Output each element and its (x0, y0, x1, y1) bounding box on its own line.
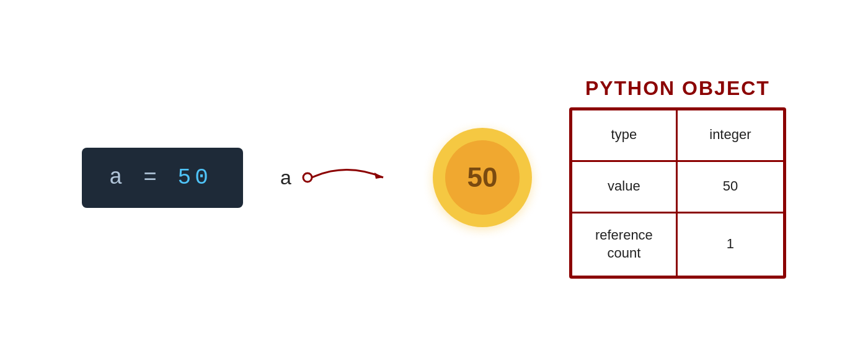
code-block: a = 50 (82, 148, 243, 208)
circle-outer: 50 (433, 128, 532, 227)
value-value: 50 (678, 162, 783, 212)
refcount-label: referencecount (572, 213, 678, 276)
circle-inner: 50 (445, 140, 520, 215)
variable-a: a (109, 165, 126, 191)
arrow-section: a (280, 159, 396, 196)
arrow-icon (296, 159, 396, 196)
refcount-value: 1 (678, 213, 783, 276)
code-text: a = 50 (109, 165, 212, 191)
equals-sign: = (143, 165, 177, 191)
python-object-title: PYTHON OBJECT (585, 77, 770, 100)
arrow-label: a (280, 166, 291, 189)
python-object-section: PYTHON OBJECT type integer value 50 refe… (569, 77, 786, 279)
value-circle: 50 (433, 128, 532, 227)
number-value: 50 (178, 165, 212, 191)
table-row-value: value 50 (572, 162, 783, 213)
value-label: value (572, 162, 678, 212)
type-value: integer (678, 110, 783, 160)
table-row-type: type integer (572, 110, 783, 162)
main-container: a = 50 a 50 PYTHON OBJECT type (0, 77, 868, 279)
circle-value: 50 (467, 162, 497, 193)
table-row-refcount: referencecount 1 (572, 213, 783, 276)
object-table: type integer value 50 referencecount 1 (569, 107, 786, 279)
type-label: type (572, 110, 678, 160)
svg-point-0 (303, 173, 312, 182)
